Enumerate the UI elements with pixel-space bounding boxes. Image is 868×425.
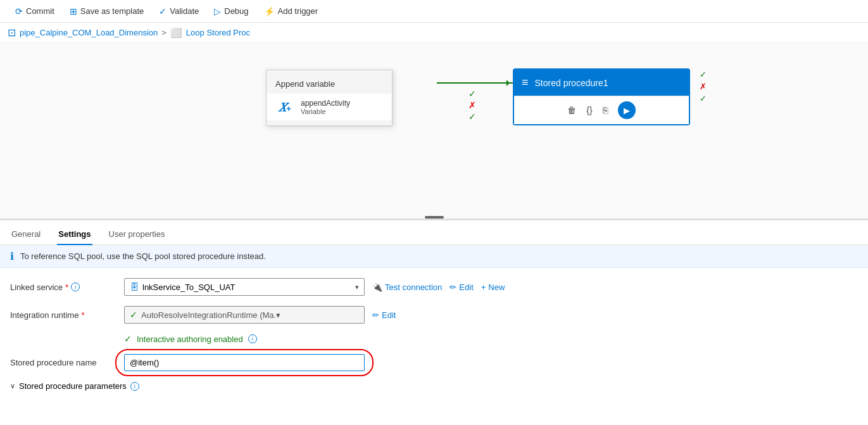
edit-runtime-button[interactable]: ✏ Edit: [372, 310, 396, 320]
append-sublabel: Variable: [301, 108, 350, 115]
interactive-authoring-row: ✓ Interactive authoring enabled i: [124, 334, 858, 344]
stored-procedure-name-input[interactable]: [124, 354, 365, 371]
toolbar: ⟳ Commit ⊞ Save as template ✓ Validate ▷…: [0, 0, 868, 23]
validate-label: Validate: [170, 6, 199, 16]
dropdown-item-text: appendActivity Variable: [301, 99, 350, 115]
side-status-left: ✓ ✗ ✓: [469, 89, 476, 122]
breadcrumb-activity[interactable]: Loop Stored Proc: [186, 28, 250, 37]
add-trigger-icon: ⚡: [264, 6, 275, 16]
new-linked-service-button[interactable]: + New: [481, 282, 505, 292]
integration-runtime-controls: ✓ AutoResolveIntegrationRuntime (Ma.▾ ✏ …: [124, 306, 858, 324]
validate-button[interactable]: ✓ Validate: [151, 4, 206, 19]
add-trigger-label: Add trigger: [278, 6, 318, 16]
save-template-icon: ⊞: [70, 6, 77, 16]
breadcrumb: ⊡ pipe_Calpine_COM_Load_Dimension > ⬜ Lo…: [0, 23, 868, 43]
node-delete-button[interactable]: 🗑: [567, 105, 576, 115]
form-body: Linked service * i 🗄 lnkService_To_SQL_U…: [0, 268, 868, 401]
test-connection-button[interactable]: 🔌 Test connection: [372, 282, 442, 292]
info-icon: ℹ: [10, 250, 14, 262]
params-info[interactable]: i: [130, 382, 139, 391]
append-label: appendActivity: [301, 99, 350, 108]
params-chevron[interactable]: ∨: [10, 382, 15, 390]
linked-service-info[interactable]: i: [71, 282, 80, 291]
node-status-check2: ✓: [700, 94, 707, 103]
linked-service-controls: 🗄 lnkService_To_SQL_UAT ▾ 🔌 Test connect…: [124, 278, 858, 296]
db-icon: 🗄: [130, 282, 139, 292]
minimize-bar[interactable]: [425, 216, 444, 219]
runtime-inner: ✓ AutoResolveIntegrationRuntime (Ma.▾: [130, 310, 280, 320]
commit-label: Commit: [26, 6, 54, 16]
authoring-check: ✓: [124, 334, 132, 344]
save-template-label: Save as template: [80, 6, 144, 16]
tabs-bar: General Settings User properties: [0, 220, 868, 245]
edit-icon-runtime: ✏: [372, 310, 379, 320]
linked-service-select[interactable]: 🗄 lnkService_To_SQL_UAT ▾: [124, 278, 365, 296]
edit-linked-service-button[interactable]: ✏ Edit: [450, 282, 473, 292]
breadcrumb-activity-icon: ⬜: [170, 27, 182, 39]
linked-service-row: Linked service * i 🗄 lnkService_To_SQL_U…: [10, 278, 858, 296]
append-icon: 𝑋+: [275, 101, 294, 113]
debug-label: Debug: [224, 6, 248, 16]
stored-procedure-name-row: Stored procedure name: [10, 354, 858, 371]
runtime-green-check: ✓: [130, 310, 137, 320]
debug-icon: ▷: [214, 6, 221, 16]
node-copy-button[interactable]: ⎘: [603, 105, 608, 115]
append-variable-dropdown: Append variable 𝑋+ appendActivity Variab…: [266, 70, 393, 126]
node-status-cross: ✗: [700, 82, 707, 91]
linked-service-value: lnkService_To_SQL_UAT: [142, 282, 235, 292]
tab-general[interactable]: General: [10, 225, 42, 245]
info-banner: ℹ To reference SQL pool, use the SQL poo…: [0, 245, 868, 268]
tab-user-properties[interactable]: User properties: [108, 225, 167, 245]
breadcrumb-icon: ⊡: [8, 27, 16, 39]
integration-runtime-label: Integration runtime *: [10, 310, 124, 320]
integration-runtime-field: ✓ AutoResolveIntegrationRuntime (Ma.▾: [124, 306, 365, 324]
edit-icon-linked: ✏: [450, 282, 456, 292]
linked-service-label: Linked service * i: [10, 282, 124, 292]
node-actions: 🗑 {} ⎘ ▶: [514, 96, 689, 124]
node-title: Stored procedure1: [535, 78, 681, 88]
status-tick-1: ✓: [469, 89, 476, 99]
node-code-button[interactable]: {}: [586, 105, 592, 115]
add-trigger-button[interactable]: ⚡ Add trigger: [256, 4, 326, 19]
required-star-2: *: [81, 310, 84, 320]
node-status-check: ✓: [700, 70, 707, 79]
canvas-area: Append variable 𝑋+ appendActivity Variab…: [0, 43, 868, 220]
integration-runtime-value: AutoResolveIntegrationRuntime (Ma.▾: [141, 310, 280, 320]
node-icon: ≡: [522, 76, 529, 89]
integration-runtime-row: Integration runtime * ✓ AutoResolveInteg…: [10, 306, 858, 324]
save-template-button[interactable]: ⊞ Save as template: [62, 4, 151, 19]
commit-icon: ⟳: [15, 6, 23, 16]
node-run-button[interactable]: ▶: [618, 101, 636, 119]
breadcrumb-pipeline[interactable]: pipe_Calpine_COM_Load_Dimension: [20, 28, 158, 37]
breadcrumb-separator: >: [161, 28, 167, 37]
authoring-info[interactable]: i: [248, 334, 257, 343]
stored-procedure-name-label: Stored procedure name: [10, 358, 124, 367]
status-cross-1: ✗: [469, 100, 476, 110]
stored-procedure-name-controls: [124, 354, 858, 371]
dropdown-title: Append variable: [267, 75, 392, 94]
params-label: Stored procedure parameters: [19, 381, 127, 391]
stored-procedure-params-row: ∨ Stored procedure parameters i: [10, 381, 858, 391]
linked-service-chevron: ▾: [355, 283, 359, 291]
validate-icon: ✓: [159, 6, 167, 16]
test-connection-icon: 🔌: [372, 282, 382, 292]
node-header: ≡ Stored procedure1 ✓ ✗ ✓: [514, 70, 689, 96]
info-banner-text: To reference SQL pool, use the SQL pool …: [20, 251, 266, 261]
new-icon: +: [481, 282, 486, 292]
required-star-1: *: [65, 282, 68, 292]
tab-settings[interactable]: Settings: [57, 225, 92, 245]
properties-panel: General Settings User properties ℹ To re…: [0, 220, 868, 401]
stored-procedure-node[interactable]: ≡ Stored procedure1 ✓ ✗ ✓ 🗑 {} ⎘ ▶: [513, 68, 690, 125]
authoring-label: Interactive authoring enabled: [137, 334, 243, 344]
commit-button[interactable]: ⟳ Commit: [8, 4, 62, 19]
debug-button[interactable]: ▷ Debug: [206, 4, 256, 19]
linked-service-inner: 🗄 lnkService_To_SQL_UAT: [130, 282, 235, 292]
pipeline-arrow: [437, 82, 513, 84]
status-tick-2: ✓: [469, 111, 476, 122]
append-activity-item[interactable]: 𝑋+ appendActivity Variable: [267, 94, 392, 120]
proc-name-wrapper: [124, 354, 365, 371]
